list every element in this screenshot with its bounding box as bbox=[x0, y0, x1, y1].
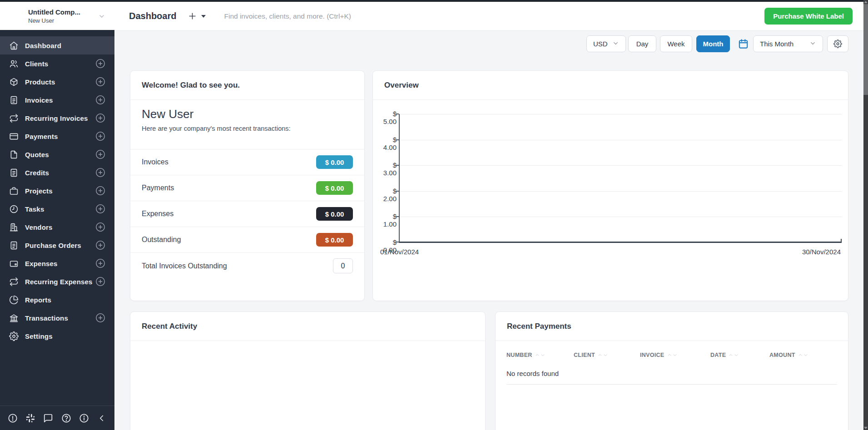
summary-label: Outstanding bbox=[142, 236, 181, 244]
column-header-amount[interactable]: AMOUNT bbox=[769, 352, 808, 358]
sidebar-item-quotes[interactable]: Quotes bbox=[0, 145, 114, 163]
x-axis-end-label: 30/Nov/2024 bbox=[802, 248, 841, 256]
gridline bbox=[399, 191, 842, 192]
bank-icon bbox=[9, 313, 19, 323]
summary-label: Payments bbox=[142, 184, 174, 192]
slack-icon[interactable] bbox=[25, 413, 36, 424]
sidebar-item-credits[interactable]: Credits bbox=[0, 163, 114, 182]
x-axis-line bbox=[399, 242, 842, 243]
sidebar-item-settings[interactable]: Settings bbox=[0, 327, 114, 345]
column-header-invoice[interactable]: INVOICE bbox=[640, 352, 710, 358]
gridline bbox=[399, 114, 842, 114]
y-axis-line bbox=[399, 114, 400, 242]
outstanding-amount-badge[interactable]: $ 0.00 bbox=[316, 233, 353, 247]
plus-circle-icon[interactable] bbox=[95, 95, 105, 105]
plus-circle-icon[interactable] bbox=[95, 77, 105, 87]
sidebar-item-dashboard[interactable]: Dashboard bbox=[0, 36, 114, 54]
search-input[interactable] bbox=[224, 12, 764, 20]
recent-activity-card: Recent Activity bbox=[130, 311, 486, 430]
sidebar-item-products[interactable]: Products bbox=[0, 73, 114, 91]
calendar-icon[interactable] bbox=[738, 35, 749, 52]
scrollbar-down-arrow[interactable] bbox=[864, 427, 868, 429]
period-select[interactable]: This Month bbox=[753, 35, 823, 52]
range-week-button[interactable]: Week bbox=[660, 35, 692, 52]
sort-icons[interactable] bbox=[598, 353, 608, 357]
collapse-icon[interactable] bbox=[96, 413, 107, 424]
sidebar-item-label: Recurring Expenses bbox=[25, 278, 93, 286]
dashboard-settings-button[interactable] bbox=[827, 35, 848, 52]
plus-circle-icon[interactable] bbox=[95, 222, 105, 232]
table-divider bbox=[506, 384, 837, 385]
sort-icons[interactable] bbox=[535, 353, 545, 357]
sidebar-item-label: Projects bbox=[25, 187, 53, 195]
sidebar-item-reports[interactable]: Reports bbox=[0, 291, 114, 309]
plus-circle-icon[interactable] bbox=[95, 204, 105, 214]
repeat-icon bbox=[9, 277, 19, 287]
sidebar-item-payments[interactable]: Payments bbox=[0, 127, 114, 145]
plus-circle-icon[interactable] bbox=[95, 113, 105, 123]
sidebar-item-expenses[interactable]: Expenses bbox=[0, 254, 114, 272]
sort-icons[interactable] bbox=[798, 353, 808, 357]
sidebar-item-invoices[interactable]: Invoices bbox=[0, 91, 114, 109]
alert-icon[interactable] bbox=[7, 413, 18, 424]
sidebar-item-tasks[interactable]: Tasks bbox=[0, 200, 114, 218]
plus-circle-icon[interactable] bbox=[95, 313, 105, 323]
column-header-number[interactable]: NUMBER bbox=[506, 352, 574, 358]
sidebar-item-label: Tasks bbox=[25, 205, 44, 213]
range-month-button[interactable]: Month bbox=[696, 35, 730, 52]
invoices-amount-badge[interactable]: $ 0.00 bbox=[316, 155, 353, 169]
plus-circle-icon[interactable] bbox=[95, 59, 105, 69]
column-label: NUMBER bbox=[506, 352, 532, 358]
plus-circle-icon[interactable] bbox=[95, 258, 105, 268]
y-axis-tick-label: $ 1.00 bbox=[378, 213, 397, 228]
plus-circle-icon[interactable] bbox=[95, 168, 105, 178]
y-axis-tick bbox=[396, 242, 399, 242]
help-icon[interactable] bbox=[61, 413, 72, 424]
summary-row-invoices: Invoices $ 0.00 bbox=[130, 149, 364, 175]
recent-activity-header: Recent Activity bbox=[130, 312, 485, 341]
building-icon bbox=[9, 222, 19, 232]
currency-select[interactable]: USD bbox=[586, 35, 626, 52]
sidebar-item-purchase-orders[interactable]: Purchase Orders bbox=[0, 236, 114, 254]
expenses-amount-badge[interactable]: $ 0.00 bbox=[316, 207, 353, 221]
info-icon[interactable] bbox=[79, 413, 89, 424]
sort-icons[interactable] bbox=[667, 353, 677, 357]
plus-circle-icon[interactable] bbox=[95, 240, 105, 250]
column-header-client[interactable]: CLIENT bbox=[574, 352, 640, 358]
scrollbar-up-arrow[interactable] bbox=[864, 1, 868, 3]
plus-circle-icon[interactable] bbox=[95, 131, 105, 141]
y-axis-tick-label: $ 2.00 bbox=[378, 187, 397, 203]
range-day-button[interactable]: Day bbox=[628, 35, 656, 52]
plus-circle-icon[interactable] bbox=[95, 149, 105, 159]
chevron-down-icon bbox=[612, 40, 619, 48]
sidebar-item-label: Invoices bbox=[25, 96, 53, 104]
plus-circle-icon[interactable] bbox=[95, 277, 105, 287]
sidebar-item-projects[interactable]: Projects bbox=[0, 182, 114, 200]
payments-amount-badge[interactable]: $ 0.00 bbox=[316, 181, 353, 195]
y-axis-tick bbox=[396, 165, 399, 166]
sidebar-item-recurring-invoices[interactable]: Recurring Invoices bbox=[0, 109, 114, 127]
chat-icon[interactable] bbox=[43, 413, 54, 424]
column-header-date[interactable]: DATE bbox=[710, 352, 769, 358]
y-axis-tick-label: $ 5.00 bbox=[378, 110, 397, 125]
sidebar-item-recurring-expenses[interactable]: Recurring Expenses bbox=[0, 272, 114, 291]
plus-circle-icon[interactable] bbox=[95, 186, 105, 196]
sort-icons[interactable] bbox=[729, 353, 739, 357]
sidebar-item-vendors[interactable]: Vendors bbox=[0, 218, 114, 236]
add-entity-button[interactable] bbox=[188, 12, 206, 20]
scrollbar-thumb[interactable] bbox=[863, 4, 868, 95]
clock-icon bbox=[9, 204, 19, 214]
dashboard-controls: USD Day Week Month This Month bbox=[586, 35, 848, 52]
pie-chart-icon bbox=[9, 295, 19, 305]
summary-row-outstanding: Outstanding $ 0.00 bbox=[130, 227, 364, 253]
purchase-white-label-button[interactable]: Purchase White Label bbox=[764, 8, 853, 25]
sidebar-item-transactions[interactable]: Transactions bbox=[0, 309, 114, 327]
sidebar-item-clients[interactable]: Clients bbox=[0, 54, 114, 73]
welcome-user-name: New User bbox=[142, 106, 353, 122]
wallet-icon bbox=[9, 258, 19, 268]
gridline bbox=[399, 217, 842, 217]
company-switcher[interactable]: Untitled Comp... New User bbox=[0, 2, 114, 30]
page-scrollbar[interactable] bbox=[863, 0, 868, 430]
file-icon bbox=[9, 149, 19, 159]
summary-rows: Invoices $ 0.00 Payments $ 0.00 Expenses… bbox=[130, 149, 364, 279]
